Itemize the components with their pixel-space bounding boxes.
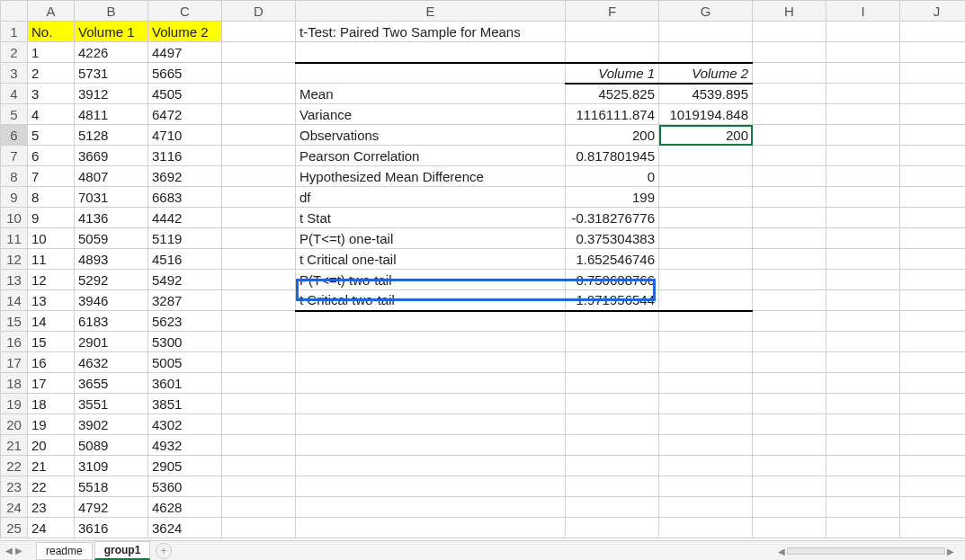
cell-G15[interactable] xyxy=(659,311,753,332)
cell-H14[interactable] xyxy=(753,290,827,311)
cell-E25[interactable] xyxy=(296,518,566,538)
row-header-12[interactable]: 12 xyxy=(1,249,28,270)
cell-I14[interactable] xyxy=(827,290,900,311)
cell-F21[interactable] xyxy=(566,435,659,456)
cell-G10[interactable] xyxy=(659,208,753,228)
cell-F3[interactable]: Volume 1 xyxy=(566,63,659,84)
cell-J25[interactable] xyxy=(900,518,966,538)
cell-A18[interactable]: 17 xyxy=(28,373,75,394)
cell-C24[interactable]: 4628 xyxy=(148,497,222,518)
row-header-2[interactable]: 2 xyxy=(1,42,28,63)
cell-B23[interactable]: 5518 xyxy=(75,476,148,497)
col-header-H[interactable]: H xyxy=(753,1,827,22)
cell-G18[interactable] xyxy=(659,373,753,394)
row-9[interactable]: 9870316683df199 xyxy=(1,187,966,208)
sheet-tab-bar[interactable]: ◀ ▶ readme group1 ＋ ◀ ▶ xyxy=(0,540,965,560)
col-header-G[interactable]: G xyxy=(659,1,753,22)
cell-B2[interactable]: 4226 xyxy=(75,42,148,63)
cell-I24[interactable] xyxy=(827,497,900,518)
cell-I17[interactable] xyxy=(827,352,900,373)
cell-J21[interactable] xyxy=(900,435,966,456)
cell-G1[interactable] xyxy=(659,22,753,42)
row-2[interactable]: 2142264497 xyxy=(1,42,966,63)
cell-B22[interactable]: 3109 xyxy=(75,456,148,476)
cell-B21[interactable]: 5089 xyxy=(75,435,148,456)
cell-H13[interactable] xyxy=(753,270,827,290)
cell-C13[interactable]: 5492 xyxy=(148,270,222,290)
cell-D9[interactable] xyxy=(222,187,296,208)
cell-E11[interactable]: P(T<=t) one-tail xyxy=(296,228,566,249)
cell-E21[interactable] xyxy=(296,435,566,456)
cell-J20[interactable] xyxy=(900,414,966,435)
cell-E23[interactable] xyxy=(296,476,566,497)
row-20[interactable]: 201939024302 xyxy=(1,414,966,435)
cell-H19[interactable] xyxy=(753,394,827,414)
cell-E12[interactable]: t Critical one-tail xyxy=(296,249,566,270)
col-header-B[interactable]: B xyxy=(75,1,148,22)
cell-F19[interactable] xyxy=(566,394,659,414)
row-6[interactable]: 6551284710Observations200200 xyxy=(1,125,966,146)
cell-H2[interactable] xyxy=(753,42,827,63)
cell-A17[interactable]: 16 xyxy=(28,352,75,373)
row-header-7[interactable]: 7 xyxy=(1,146,28,166)
row-header-15[interactable]: 15 xyxy=(1,311,28,332)
cell-F16[interactable] xyxy=(566,332,659,352)
cell-G7[interactable] xyxy=(659,146,753,166)
row-1[interactable]: 1No.Volume 1Volume 2t-Test: Paired Two S… xyxy=(1,22,966,42)
cell-H12[interactable] xyxy=(753,249,827,270)
cell-E2[interactable] xyxy=(296,42,566,63)
cell-G11[interactable] xyxy=(659,228,753,249)
cell-F6[interactable]: 200 xyxy=(566,125,659,146)
cell-I11[interactable] xyxy=(827,228,900,249)
cell-F1[interactable] xyxy=(566,22,659,42)
cell-J10[interactable] xyxy=(900,208,966,228)
cell-F5[interactable]: 1116111.874 xyxy=(566,104,659,125)
cell-C12[interactable]: 4516 xyxy=(148,249,222,270)
cell-D13[interactable] xyxy=(222,270,296,290)
cell-I7[interactable] xyxy=(827,146,900,166)
row-header-17[interactable]: 17 xyxy=(1,352,28,373)
cell-D21[interactable] xyxy=(222,435,296,456)
cell-E9[interactable]: df xyxy=(296,187,566,208)
cell-F25[interactable] xyxy=(566,518,659,538)
spreadsheet-grid[interactable]: A B C D E F G H I J 1No.Volume 1Volume 2… xyxy=(0,0,965,538)
cell-D17[interactable] xyxy=(222,352,296,373)
cell-B7[interactable]: 3669 xyxy=(75,146,148,166)
cell-D11[interactable] xyxy=(222,228,296,249)
cell-G16[interactable] xyxy=(659,332,753,352)
cell-J1[interactable] xyxy=(900,22,966,42)
cell-J3[interactable] xyxy=(900,63,966,84)
cell-B8[interactable]: 4807 xyxy=(75,166,148,187)
cell-I1[interactable] xyxy=(827,22,900,42)
cell-E6[interactable]: Observations xyxy=(296,125,566,146)
cell-H15[interactable] xyxy=(753,311,827,332)
cell-B4[interactable]: 3912 xyxy=(75,84,148,104)
cell-G3[interactable]: Volume 2 xyxy=(659,63,753,84)
add-sheet-button[interactable]: ＋ xyxy=(156,543,172,559)
cell-G5[interactable]: 1019194.848 xyxy=(659,104,753,125)
cell-E16[interactable] xyxy=(296,332,566,352)
cell-E3[interactable] xyxy=(296,63,566,84)
row-11[interactable]: 111050595119P(T<=t) one-tail0.375304383 xyxy=(1,228,966,249)
cell-J17[interactable] xyxy=(900,352,966,373)
row-header-21[interactable]: 21 xyxy=(1,435,28,456)
cell-B17[interactable]: 4632 xyxy=(75,352,148,373)
cell-H5[interactable] xyxy=(753,104,827,125)
cell-B16[interactable]: 2901 xyxy=(75,332,148,352)
cell-F7[interactable]: 0.817801945 xyxy=(566,146,659,166)
col-header-F[interactable]: F xyxy=(566,1,659,22)
row-18[interactable]: 181736553601 xyxy=(1,373,966,394)
cell-G23[interactable] xyxy=(659,476,753,497)
cell-F23[interactable] xyxy=(566,476,659,497)
row-header-14[interactable]: 14 xyxy=(1,290,28,311)
row-header-13[interactable]: 13 xyxy=(1,270,28,290)
cell-D10[interactable] xyxy=(222,208,296,228)
cell-F20[interactable] xyxy=(566,414,659,435)
row-15[interactable]: 151461835623 xyxy=(1,311,966,332)
cell-I2[interactable] xyxy=(827,42,900,63)
cell-D22[interactable] xyxy=(222,456,296,476)
cell-E14[interactable]: t Critical two-tail xyxy=(296,290,566,311)
cell-A21[interactable]: 20 xyxy=(28,435,75,456)
cell-F17[interactable] xyxy=(566,352,659,373)
cell-H3[interactable] xyxy=(753,63,827,84)
